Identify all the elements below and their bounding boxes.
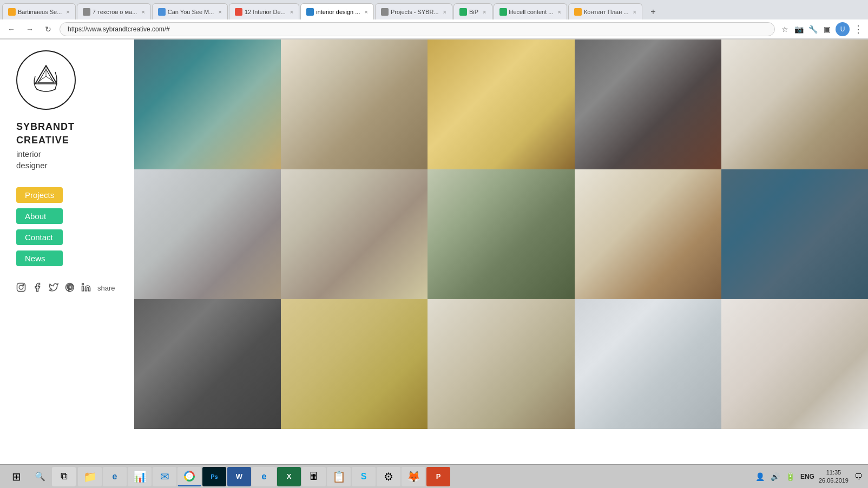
back-button[interactable]: ← <box>4 22 18 36</box>
extension-icon[interactable]: 🔧 <box>807 24 818 35</box>
grid-item-5[interactable] <box>721 39 868 169</box>
nav-news[interactable]: News <box>16 250 63 266</box>
tab-5[interactable]: interior design ... × <box>300 3 374 19</box>
svg-point-12 <box>23 285 24 286</box>
tab-9[interactable]: Контент План ... × <box>568 3 642 19</box>
grid-item-9[interactable] <box>575 169 721 299</box>
brand-subtitle: interior designer <box>16 148 48 171</box>
twitter-icon[interactable] <box>49 282 58 294</box>
grid-item-4[interactable] <box>575 39 721 169</box>
taskbar-app-outlook[interactable]: ✉ <box>153 467 176 486</box>
tab-label-1: Bartimaeus Se... <box>18 9 62 15</box>
grid-image-6 <box>134 169 281 299</box>
taskbar-notification-icon[interactable]: 🗨 <box>853 471 864 482</box>
task-view-button[interactable]: ⧉ <box>52 467 76 486</box>
tab-close-6[interactable]: × <box>443 9 446 15</box>
taskbar-app-ppt[interactable]: P <box>426 467 450 486</box>
grid-item-6[interactable] <box>134 169 281 299</box>
grid-item-8[interactable] <box>428 169 574 299</box>
taskbar-language[interactable]: ENG <box>800 473 814 480</box>
tab-favicon-9 <box>574 8 582 16</box>
taskbar-app-firefox[interactable]: 🦊 <box>402 467 425 486</box>
grid-image-8 <box>428 169 574 299</box>
taskbar-app-explorer[interactable]: 📁 <box>78 467 102 486</box>
tab-label-5: interior design ... <box>316 9 360 15</box>
taskbar-app-skype[interactable]: S <box>352 467 376 486</box>
tab-2[interactable]: 7 текстов о ма... × <box>77 3 151 19</box>
tab-close-7[interactable]: × <box>483 9 486 15</box>
taskbar-search-button[interactable]: 🔍 <box>30 467 50 486</box>
tab-favicon-5 <box>306 8 314 16</box>
nav-contact[interactable]: Contact <box>16 229 63 245</box>
grid-item-10[interactable] <box>721 169 868 299</box>
logo-svg <box>27 61 65 99</box>
taskbar-app-misc[interactable]: 📋 <box>327 467 351 486</box>
taskbar-clock[interactable]: 11:35 26.06.2019 <box>819 469 849 484</box>
taskbar-app-ie[interactable]: e <box>103 467 127 486</box>
tab-3[interactable]: Can You See M... × <box>152 3 228 19</box>
tab-close-3[interactable]: × <box>218 9 221 15</box>
tab-label-3: Can You See M... <box>168 9 214 15</box>
tab-close-4[interactable]: × <box>290 9 293 15</box>
grid-image-3 <box>428 39 574 169</box>
tab-label-4: 12 Interior De... <box>245 9 286 15</box>
grid-image-15 <box>721 299 868 429</box>
tab-close-2[interactable]: × <box>141 9 144 15</box>
tab-close-5[interactable]: × <box>364 9 367 15</box>
tab-7[interactable]: BiP × <box>453 3 492 19</box>
taskbar-app-excel[interactable]: X <box>277 467 301 486</box>
nav-projects[interactable]: Projects <box>16 187 63 203</box>
taskbar-app-settings[interactable]: ⚙ <box>377 467 400 486</box>
grid-item-12[interactable] <box>281 299 428 429</box>
tab-favicon-2 <box>83 8 90 16</box>
linkedin-icon[interactable] <box>81 282 91 294</box>
tab-close-9[interactable]: × <box>633 9 636 15</box>
framer-icon[interactable]: ▣ <box>821 24 832 35</box>
tab-8[interactable]: lifecell content ... × <box>494 3 567 19</box>
tab-6[interactable]: Projects - SYBR... × <box>375 3 452 19</box>
grid-item-1[interactable] <box>134 39 281 169</box>
facebook-icon[interactable] <box>32 282 42 294</box>
bookmark-icon[interactable]: ☆ <box>779 24 790 35</box>
taskbar-app-edge[interactable]: e <box>252 467 276 486</box>
url-input[interactable] <box>60 22 775 36</box>
svg-line-3 <box>46 65 57 84</box>
grid-item-7[interactable] <box>281 169 428 299</box>
tab-favicon-1 <box>8 8 16 16</box>
start-button[interactable]: ⊞ <box>4 467 28 486</box>
grid-item-14[interactable] <box>575 299 721 429</box>
tab-1[interactable]: Bartimaeus Se... × <box>2 3 76 19</box>
tab-close-1[interactable]: × <box>66 9 69 15</box>
taskbar-app-word[interactable]: W <box>227 467 251 486</box>
add-tab-button[interactable]: + <box>646 4 661 19</box>
taskbar-app-chrome[interactable] <box>177 467 201 486</box>
tab-favicon-8 <box>499 8 507 16</box>
tab-close-8[interactable]: × <box>557 9 561 15</box>
svg-point-14 <box>82 283 84 285</box>
refresh-button[interactable]: ↻ <box>41 22 55 36</box>
grid-item-3[interactable] <box>428 39 574 169</box>
forward-button[interactable]: → <box>23 22 37 36</box>
brand-logo[interactable] <box>16 50 76 110</box>
grid-item-11[interactable] <box>134 299 281 429</box>
taskbar-volume-icon[interactable]: 🔊 <box>770 471 781 482</box>
grid-item-2[interactable] <box>281 39 428 169</box>
pinterest-icon[interactable] <box>65 282 75 294</box>
taskbar-app-photoshop[interactable]: Ps <box>202 467 226 486</box>
address-icons: ☆ 📷 🔧 ▣ U ⋮ <box>779 22 864 36</box>
screenshot-icon[interactable]: 📷 <box>793 24 804 35</box>
menu-button[interactable]: ⋮ <box>853 24 864 35</box>
tab-4[interactable]: 12 Interior De... × <box>229 3 299 19</box>
taskbar-app-calc[interactable]: 🖩 <box>302 467 326 486</box>
grid-item-13[interactable] <box>428 299 574 429</box>
share-link[interactable]: share <box>97 284 115 292</box>
grid-image-14 <box>575 299 721 429</box>
nav-about[interactable]: About <box>16 208 63 224</box>
taskbar-app-office[interactable]: 📊 <box>128 467 152 486</box>
instagram-icon[interactable] <box>16 282 26 294</box>
taskbar-battery-icon[interactable]: 🔋 <box>785 471 796 482</box>
grid-item-15[interactable] <box>721 299 868 429</box>
user-avatar[interactable]: U <box>836 22 850 36</box>
tab-favicon-4 <box>235 8 242 16</box>
taskbar-network-icon[interactable]: 👤 <box>755 471 766 482</box>
